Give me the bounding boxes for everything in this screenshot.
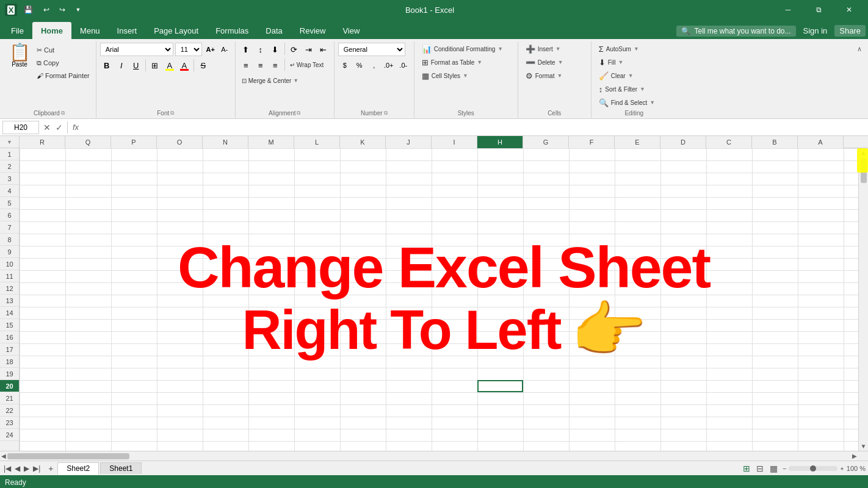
row-6[interactable]: 6 — [0, 209, 19, 221]
row-1[interactable]: 1 — [0, 148, 19, 160]
underline-button[interactable]: U — [129, 59, 143, 72]
tab-data[interactable]: Data — [257, 22, 291, 39]
col-header-B[interactable]: B — [752, 136, 798, 148]
decimal-decrease-button[interactable]: .0- — [397, 59, 410, 72]
col-header-N[interactable]: N — [203, 136, 248, 148]
select-all-button[interactable]: ▼ — [7, 139, 12, 145]
col-header-G[interactable]: G — [523, 136, 569, 148]
copy-button[interactable]: ⧉ Copy — [34, 57, 92, 69]
strikethrough-button[interactable]: S — [197, 59, 210, 72]
close-button[interactable]: ✕ — [835, 0, 863, 20]
row-2[interactable]: 2 — [0, 160, 19, 173]
tab-file[interactable]: File — [2, 22, 32, 39]
delete-cells-button[interactable]: ➖ Delete ▼ — [522, 56, 567, 68]
undo-button[interactable]: ↩ — [39, 2, 54, 17]
row-4[interactable]: 4 — [0, 185, 19, 197]
fill-color-button[interactable]: A — [163, 59, 176, 72]
tab-review[interactable]: Review — [291, 22, 335, 39]
row-19[interactable]: 19 — [0, 368, 19, 380]
comma-button[interactable]: , — [367, 59, 381, 72]
col-header-R[interactable]: R — [20, 136, 65, 148]
row-16[interactable]: 16 — [0, 331, 19, 343]
col-header-H[interactable]: H — [477, 136, 523, 148]
scroll-track-h[interactable] — [7, 451, 851, 461]
row-21[interactable]: 21 — [0, 392, 19, 404]
normal-view-button[interactable]: ⊞ — [742, 462, 751, 475]
col-header-I[interactable]: I — [432, 136, 477, 148]
row-5[interactable]: 5 — [0, 197, 19, 209]
save-button[interactable]: 💾 — [21, 2, 35, 17]
grid-area[interactable]: // Generate rows dynamically Change Exce… — [20, 148, 868, 451]
conditional-formatting-button[interactable]: 📊 Conditional Formatting ▼ — [418, 43, 507, 55]
sheet-tab-sheet1[interactable]: Sheet1 — [100, 462, 142, 474]
row-7[interactable]: 7 — [0, 221, 19, 234]
row-11[interactable]: 11 — [0, 270, 19, 282]
cut-button[interactable]: ✂ Cut — [34, 44, 92, 56]
alignment-expand[interactable]: ⧉ — [297, 110, 300, 117]
redo-button[interactable]: ↪ — [55, 2, 70, 17]
row-3[interactable]: 3 — [0, 173, 19, 185]
scroll-down-button[interactable]: ▼ — [859, 442, 868, 451]
font-expand[interactable]: ⧉ — [170, 110, 174, 117]
paste-button[interactable]: 📋 Paste — [6, 43, 33, 69]
restore-button[interactable]: ⧉ — [805, 0, 833, 20]
clear-arrow[interactable]: ▼ — [628, 73, 634, 79]
fill-arrow[interactable]: ▼ — [618, 59, 624, 65]
currency-button[interactable]: $ — [338, 59, 352, 72]
tab-insert[interactable]: Insert — [109, 22, 146, 39]
decrease-font-size-button[interactable]: A- — [218, 43, 231, 56]
text-angle-button[interactable]: ⟳ — [288, 43, 301, 56]
row-23[interactable]: 23 — [0, 417, 19, 429]
prev-sheet-button[interactable]: ◀ — [13, 464, 21, 473]
align-top-button[interactable]: ⬆ — [239, 43, 253, 56]
tab-formulas[interactable]: Formulas — [207, 22, 257, 39]
sign-in-button[interactable]: Sign in — [803, 26, 828, 35]
insert-cells-button[interactable]: ➕ Insert ▼ — [522, 43, 565, 55]
col-header-Q[interactable]: Q — [65, 136, 111, 148]
decimal-increase-button[interactable]: .0+ — [382, 59, 396, 72]
page-break-view-button[interactable]: ▦ — [769, 462, 779, 475]
clear-button[interactable]: 🧹 Clear ▼ — [595, 70, 637, 82]
cancel-formula-button[interactable]: ✕ — [42, 123, 52, 132]
col-header-C[interactable]: C — [706, 136, 752, 148]
row-17[interactable]: 17 — [0, 343, 19, 356]
col-header-O[interactable]: O — [157, 136, 203, 148]
autosum-arrow[interactable]: ▼ — [634, 46, 639, 52]
col-header-F[interactable]: F — [569, 136, 615, 148]
confirm-formula-button[interactable]: ✓ — [54, 123, 65, 132]
format-as-table-button[interactable]: ⊞ Format as Table ▼ — [418, 56, 486, 68]
row-14[interactable]: 14 — [0, 307, 19, 319]
col-header-E[interactable]: E — [615, 136, 660, 148]
zoom-thumb[interactable] — [810, 465, 816, 472]
last-sheet-button[interactable]: ▶| — [32, 464, 42, 473]
align-left-button[interactable]: ≡ — [239, 59, 253, 72]
cell-reference-box[interactable]: H20 — [2, 121, 39, 134]
delete-arrow[interactable]: ▼ — [558, 59, 563, 65]
zoom-out-button[interactable]: − — [783, 465, 786, 472]
merge-center-button[interactable]: ⊡ Merge & Center ▼ — [239, 74, 302, 87]
share-button[interactable]: Share — [834, 25, 866, 37]
align-bottom-button[interactable]: ⬇ — [269, 43, 282, 56]
merge-dropdown-arrow[interactable]: ▼ — [293, 77, 298, 84]
autosum-button[interactable]: Σ AutoSum ▼ — [595, 43, 643, 55]
vertical-scrollbar[interactable]: ▲ ▼ — [858, 148, 868, 451]
align-middle-button[interactable]: ↕ — [254, 43, 267, 56]
italic-button[interactable]: I — [115, 59, 128, 72]
next-sheet-button[interactable]: ▶ — [23, 464, 31, 473]
tab-page-layout[interactable]: Page Layout — [145, 22, 207, 39]
row-12[interactable]: 12 — [0, 282, 19, 295]
indent-increase-button[interactable]: ⇥ — [302, 43, 316, 56]
row-22[interactable]: 22 — [0, 404, 19, 417]
fat-arrow[interactable]: ▼ — [477, 59, 482, 65]
scroll-track-v[interactable] — [861, 157, 867, 442]
first-sheet-button[interactable]: |◀ — [2, 464, 12, 473]
fill-button[interactable]: ⬇ Fill ▼ — [595, 56, 627, 68]
col-header-J[interactable]: J — [386, 136, 432, 148]
row-24[interactable]: 24 — [0, 429, 19, 441]
font-size-select[interactable]: 11 — [175, 43, 202, 56]
find-arrow[interactable]: ▼ — [649, 99, 655, 106]
row-15[interactable]: 15 — [0, 319, 19, 331]
row-13[interactable]: 13 — [0, 295, 19, 307]
col-header-M[interactable]: M — [248, 136, 294, 148]
col-header-K[interactable]: K — [340, 136, 386, 148]
